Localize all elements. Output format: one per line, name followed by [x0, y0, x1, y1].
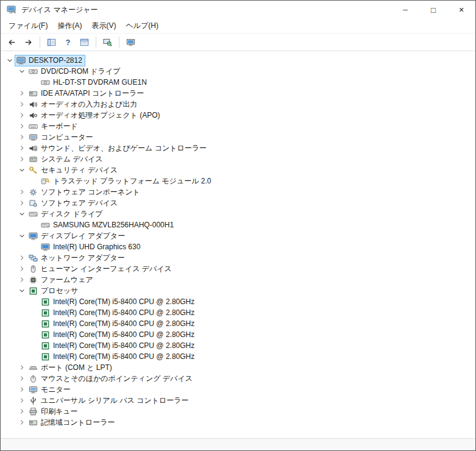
chevron-right-icon[interactable]	[16, 143, 27, 153]
minimize-button[interactable]: ─	[391, 1, 419, 19]
tree-item[interactable]: ユニバーサル シリアル バス コントローラー	[1, 395, 475, 406]
tree-item-content[interactable]: ファームウェア	[27, 274, 96, 286]
tree-item-content[interactable]: Intel(R) Core(TM) i5-8400 CPU @ 2.80GHz	[39, 340, 197, 352]
tree-item[interactable]: DVD/CD-ROM ドライブ	[1, 66, 475, 77]
tree-item[interactable]: オーディオ処理オブジェクト (APO)	[1, 110, 475, 121]
tree-item-content[interactable]: 印刷キュー	[27, 406, 81, 417]
tree-item-content[interactable]: ユニバーサル シリアル バス コントローラー	[27, 395, 192, 407]
tree-item-content[interactable]: IDE ATA/ATAPI コントローラー	[27, 88, 147, 99]
tree-item[interactable]: Intel(R) Core(TM) i5-8400 CPU @ 2.80GHz	[1, 340, 475, 351]
tree-item[interactable]: コンピューター	[1, 132, 475, 143]
tree-item[interactable]: Intel(R) UHD Graphics 630	[1, 241, 475, 252]
chevron-right-icon[interactable]	[16, 88, 27, 98]
chevron-right-icon[interactable]	[16, 396, 27, 405]
chevron-right-icon[interactable]	[16, 275, 27, 285]
tree-item[interactable]: システム デバイス	[1, 154, 475, 165]
tree-item-content[interactable]: トラステッド プラットフォーム モジュール 2.0	[39, 176, 214, 187]
chevron-right-icon[interactable]	[16, 121, 27, 131]
tree-item-content[interactable]: Intel(R) Core(TM) i5-8400 CPU @ 2.80GHz	[39, 296, 197, 308]
tree-item[interactable]: ネットワーク アダプター	[1, 252, 475, 263]
tree-item[interactable]: ディスク ドライブ	[1, 208, 475, 219]
tree-item-content[interactable]: サウンド、ビデオ、およびゲーム コントローラー	[27, 143, 210, 154]
tree-item[interactable]: モニター	[1, 384, 475, 395]
tree-item-content[interactable]: DESKTOP-2812	[15, 55, 85, 66]
tree-item-content[interactable]: ディスプレイ アダプター	[27, 230, 128, 242]
chevron-right-icon[interactable]	[16, 187, 27, 197]
menu-item-action[interactable]: 操作(A)	[52, 19, 87, 33]
properties-button[interactable]	[77, 35, 92, 49]
help-button[interactable]: ?	[60, 35, 76, 49]
tree-item[interactable]: マウスとそのほかのポインティング デバイス	[1, 373, 475, 384]
navigate-forward-button[interactable]	[21, 35, 36, 49]
tree-item[interactable]: IDE ATA/ATAPI コントローラー	[1, 88, 475, 99]
chevron-right-icon[interactable]	[16, 198, 27, 208]
legacy-hardware-button[interactable]	[123, 35, 138, 49]
tree-item-content[interactable]: Intel(R) Core(TM) i5-8400 CPU @ 2.80GHz	[39, 318, 197, 330]
chevron-right-icon[interactable]	[16, 385, 27, 394]
chevron-right-icon[interactable]	[16, 99, 27, 109]
chevron-right-icon[interactable]	[16, 253, 27, 263]
menu-item-file[interactable]: ファイル(F)	[4, 19, 52, 33]
tree-item[interactable]: セキュリティ デバイス	[1, 165, 475, 176]
chevron-down-icon[interactable]	[16, 66, 27, 76]
chevron-down-icon[interactable]	[16, 231, 27, 241]
tree-item[interactable]: ファームウェア	[1, 274, 475, 285]
tree-item-content[interactable]: マウスとそのほかのポインティング デバイス	[27, 373, 196, 385]
tree-item-content[interactable]: ディスク ドライブ	[27, 208, 106, 220]
chevron-right-icon[interactable]	[16, 417, 27, 427]
chevron-right-icon[interactable]	[16, 363, 27, 372]
chevron-right-icon[interactable]	[16, 132, 27, 142]
chevron-down-icon[interactable]	[4, 55, 15, 65]
tree-item-content[interactable]: オーディオの入力および出力	[27, 99, 140, 110]
tree-item[interactable]: ソフトウェア コンポーネント	[1, 186, 475, 197]
tree-item-content[interactable]: ソフトウェア デバイス	[27, 197, 121, 209]
tree-item-content[interactable]: オーディオ処理オブジェクト (APO)	[27, 110, 163, 121]
chevron-right-icon[interactable]	[16, 264, 27, 274]
navigate-back-button[interactable]	[4, 35, 20, 49]
tree-item-content[interactable]: ソフトウェア コンポーネント	[27, 186, 143, 198]
tree-item-content[interactable]: モニター	[27, 384, 74, 396]
menu-item-help[interactable]: ヘルプ(H)	[121, 19, 163, 33]
chevron-down-icon[interactable]	[16, 165, 27, 175]
tree-item-content[interactable]: プロセッサ	[27, 285, 81, 297]
tree-item-content[interactable]: 記憶域コントローラー	[27, 417, 118, 428]
scan-hardware-changes-button[interactable]	[100, 35, 115, 49]
tree-item[interactable]: プロセッサ	[1, 285, 475, 296]
close-button[interactable]: ✕	[447, 1, 475, 19]
menu-item-view[interactable]: 表示(V)	[87, 19, 121, 33]
tree-item-content[interactable]: Intel(R) Core(TM) i5-8400 CPU @ 2.80GHz	[39, 351, 197, 363]
tree-item[interactable]: Intel(R) Core(TM) i5-8400 CPU @ 2.80GHz	[1, 351, 475, 362]
tree-item[interactable]: サウンド、ビデオ、およびゲーム コントローラー	[1, 143, 475, 154]
tree-item[interactable]: HL-DT-ST DVDRAM GUE1N	[1, 77, 475, 88]
tree-item-content[interactable]: ポート (COM と LPT)	[27, 362, 115, 374]
tree-item[interactable]: キーボード	[1, 121, 475, 132]
tree-item[interactable]: 記憶域コントローラー	[1, 417, 475, 428]
tree-item-content[interactable]: キーボード	[27, 121, 81, 132]
tree-item[interactable]: ディスプレイ アダプター	[1, 230, 475, 241]
tree-item-content[interactable]: システム デバイス	[27, 154, 106, 165]
tree-item-content[interactable]: SAMSUNG MZVLB256HAHQ-000H1	[39, 219, 177, 231]
tree-item-content[interactable]: セキュリティ デバイス	[27, 165, 121, 176]
tree-item-content[interactable]: Intel(R) UHD Graphics 630	[39, 241, 143, 253]
tree-item[interactable]: DESKTOP-2812	[1, 55, 475, 66]
tree-item-content[interactable]: ネットワーク アダプター	[27, 252, 128, 264]
tree-item-content[interactable]: コンピューター	[27, 132, 96, 143]
chevron-down-icon[interactable]	[16, 286, 27, 296]
tree-item-content[interactable]: Intel(R) Core(TM) i5-8400 CPU @ 2.80GHz	[39, 329, 197, 341]
tree-item[interactable]: ヒューマン インターフェイス デバイス	[1, 263, 475, 274]
tree-item[interactable]: オーディオの入力および出力	[1, 99, 475, 110]
maximize-button[interactable]: □	[419, 1, 447, 19]
tree-item[interactable]: トラステッド プラットフォーム モジュール 2.0	[1, 176, 475, 186]
chevron-right-icon[interactable]	[16, 407, 27, 416]
tree-item[interactable]: ソフトウェア デバイス	[1, 197, 475, 208]
show-console-tree-button[interactable]	[44, 35, 59, 49]
tree-item[interactable]: Intel(R) Core(TM) i5-8400 CPU @ 2.80GHz	[1, 329, 475, 340]
chevron-right-icon[interactable]	[16, 110, 27, 120]
tree-item[interactable]: SAMSUNG MZVLB256HAHQ-000H1	[1, 219, 475, 230]
tree-item-content[interactable]: Intel(R) Core(TM) i5-8400 CPU @ 2.80GHz	[39, 307, 197, 319]
tree-item-content[interactable]: ヒューマン インターフェイス デバイス	[27, 263, 175, 275]
tree-item-content[interactable]: DVD/CD-ROM ドライブ	[27, 66, 123, 77]
tree-item[interactable]: Intel(R) Core(TM) i5-8400 CPU @ 2.80GHz	[1, 318, 475, 329]
chevron-right-icon[interactable]	[16, 154, 27, 164]
tree-item[interactable]: Intel(R) Core(TM) i5-8400 CPU @ 2.80GHz	[1, 296, 475, 307]
